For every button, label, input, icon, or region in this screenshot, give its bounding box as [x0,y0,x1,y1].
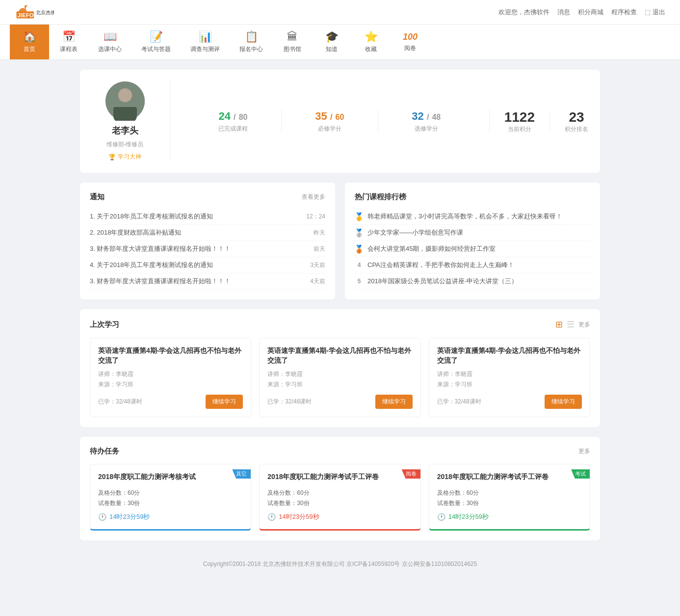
nav-item-survey[interactable]: 📊 调查与测评 [181,25,230,59]
course-card[interactable]: 英语速学直播第4期-学会这几招再也不怕与老外交流了 讲师：李晓霞 来源：学习班 … [90,338,251,417]
elective-credits-stat: 32 / 48 选修学分 [378,110,474,133]
task-timer: 🕐 14时23分59秒 [267,512,412,521]
list-item[interactable]: 🥉 会柯大讲堂第45期，摄影师如何经营好工作室 [355,241,590,257]
tasks-more-link[interactable]: 更多 [578,447,590,455]
nav-item-schedule[interactable]: 📅 课程表 [49,25,88,59]
task-timer: 🕐 14时23分59秒 [437,512,582,521]
task-timer: 🕐 14时23分59秒 [98,512,243,521]
nav-item-favorites[interactable]: ⭐ 收藏 [351,25,391,59]
hot-courses-section: 热门课程排行榜 🥇 韩老师精品课堂，3小时讲完高等数学，机会不多，大家赶快来看呀… [345,183,600,299]
rank-1-medal: 🥇 [355,212,364,221]
nav-label-favorites: 收藏 [365,45,377,54]
user-badge: 🏆 学习大神 [108,153,141,161]
nav-item-selection[interactable]: 📖 选课中心 [88,25,131,59]
clock-icon: 🕐 [437,513,445,521]
course-title: 英语速学直播第4期-学会这几招再也不怕与老外交流了 [98,346,243,365]
rank-5-num: 5 [355,277,364,286]
list-item[interactable]: 3. 财务部年度大讲堂直播课课程报名开始啦！！！ 4天前 [90,273,325,290]
svg-rect-6 [113,107,137,117]
main-content: 老李头 维修部-维修员 🏆 学习大神 24 / 80 已完成课程 [70,70,610,540]
points-rank: 23 积分排名 [565,109,588,134]
task-grid: 其它 2018年度职工能力测评考核考试 及格分数：60分 试卷数量：30份 🕐 … [90,464,590,531]
last-study-header: 上次学习 ⊞ ☰ 更多 [90,319,590,330]
nav-label-knowledge: 知道 [326,45,338,54]
nav-item-knowledge[interactable]: 🎓 知道 [312,25,351,59]
content-row: 通知 查看更多 1. 关于2018年员工年度考核测试报名的通知 12：24 2.… [80,183,600,299]
registration-icon: 📋 [245,30,258,43]
task-pass-score: 及格分数：60分 [98,489,243,497]
view-toggle: ⊞ ☰ 更多 [555,319,590,330]
list-item[interactable]: 🥇 韩老师精品课堂，3小时讲完高等数学，机会不多，大家赶快来看呀！ [355,209,590,225]
course-title: 英语速学直播第4期-学会这几招再也不怕与老外交流了 [437,346,582,365]
last-study-title: 上次学习 [90,320,119,329]
task-card[interactable]: 其它 2018年度职工能力测评考核考试 及格分数：60分 试卷数量：30份 🕐 … [90,464,251,531]
notice-header: 通知 查看更多 [90,192,325,202]
reading-icon: 100 [403,32,418,42]
tasks-section: 待办任务 更多 其它 2018年度职工能力测评考核考试 及格分数：60分 试卷数… [80,437,600,540]
course-footer: 已学：32/48课时 继续学习 [98,395,243,409]
logo-icon: JIEFO 北京杰佛软件技术开发有限公司 [15,4,54,20]
library-icon: 🏛 [287,30,298,43]
notice-more-link[interactable]: 查看更多 [302,193,325,201]
task-title: 2018年度职工能力测评考核考试 [98,472,243,482]
course-teacher: 讲师：李晓霞 [98,370,243,378]
course-progress: 已学：32/48课时 [98,398,142,406]
course-footer: 已学：32/48课时 继续学习 [267,395,412,409]
hot-title: 热门课程排行榜 [355,192,406,202]
points-link[interactable]: 积分商城 [578,8,603,17]
list-item[interactable]: 4. 关于2018年员工年度考核测试报名的通知 3天前 [90,257,325,273]
course-source: 来源：学习班 [267,380,412,389]
course-source: 来源：学习班 [98,380,243,389]
completed-courses-stat: 24 / 80 已完成课程 [185,110,282,133]
last-study-more-link[interactable]: 更多 [578,321,590,329]
nav-label-library: 图书馆 [284,45,301,54]
notice-title: 通知 [90,192,105,202]
list-view-button[interactable]: ☰ [567,319,575,330]
nav-label-survey: 调查与测评 [190,45,220,54]
footer: Copyright©2001-2018 北京杰佛软件技术开发有限公司 京ICP备… [0,550,680,578]
course-card[interactable]: 英语速学直播第4期-学会这几招再也不怕与老外交流了 讲师：李晓霞 来源：学习班 … [259,338,420,417]
nav-item-home[interactable]: 🏠 首页 [10,25,49,59]
messages-link[interactable]: 消息 [557,8,570,17]
selection-icon: 📖 [104,30,117,43]
header-nav: 欢迎您，杰佛软件 消息 积分商城 程序检查 ⬚ 退出 [498,8,665,17]
course-source: 来源：学习班 [437,380,582,389]
nav-item-library[interactable]: 🏛 图书馆 [273,25,312,59]
course-progress: 已学：32/48课时 [267,398,312,406]
continue-button[interactable]: 继续学习 [375,395,413,409]
logout-button[interactable]: ⬚ 退出 [645,8,665,17]
course-progress: 已学：32/48课时 [437,398,481,406]
notice-section: 通知 查看更多 1. 关于2018年员工年度考核测试报名的通知 12：24 2.… [80,183,335,299]
nav-label-schedule: 课程表 [60,45,78,54]
list-item[interactable]: 1. 关于2018年员工年度考核测试报名的通知 12：24 [90,209,325,225]
continue-button[interactable]: 继续学习 [545,395,582,409]
avatar [105,81,145,121]
rank-2-medal: 🥈 [355,228,364,237]
nav-item-registration[interactable]: 📋 报名中心 [230,25,273,59]
nav-label-exam: 考试与答题 [141,45,171,54]
course-footer: 已学：32/48课时 继续学习 [437,395,582,409]
check-link[interactable]: 程序检查 [611,8,637,17]
course-teacher: 讲师：李晓霞 [437,370,582,378]
svg-point-4 [118,88,132,102]
badge-icon: 🏆 [108,154,116,161]
tasks-title: 待办任务 [90,447,119,456]
nav-item-exam[interactable]: 📝 考试与答题 [131,25,181,59]
course-card[interactable]: 英语速学直播第4期-学会这几招再也不怕与老外交流了 讲师：李晓霞 来源：学习班 … [429,338,590,417]
nav-item-reading[interactable]: 100 阅卷 [391,26,430,58]
list-item[interactable]: 2. 2018年度财政部高温补贴通知 昨天 [90,225,325,241]
list-item[interactable]: 5 2018年国家级公务员笔试公益讲座-申论大讲堂（三） [355,273,590,290]
header: JIEFO 北京杰佛软件技术开发有限公司 欢迎您，杰佛软件 消息 积分商城 程序… [0,0,680,25]
current-points: 1122 当前积分 [504,109,535,134]
nav-label-selection: 选课中心 [98,45,122,54]
task-card[interactable]: 阅卷 2018年度职工能力测评考试手工评卷 及格分数：60分 试卷数量：30份 … [259,464,420,531]
list-item[interactable]: 🥈 少年文学家——小学组创意写作课 [355,225,590,241]
continue-button[interactable]: 继续学习 [206,395,243,409]
survey-icon: 📊 [199,30,212,43]
list-item[interactable]: 3. 财务部年度大讲堂直播课课程报名开始啦！！！ 前天 [90,241,325,257]
list-item[interactable]: 4 CPA注会精英课程，手把手教你如何走上人生巅峰！ [355,257,590,273]
grid-view-button[interactable]: ⊞ [555,319,563,330]
task-card[interactable]: 考试 2018年度职工能力测评考试手工评卷 及格分数：60分 试卷数量：30份 … [429,464,590,531]
user-name: 老李头 [112,125,138,136]
task-title: 2018年度职工能力测评考试手工评卷 [437,472,582,482]
